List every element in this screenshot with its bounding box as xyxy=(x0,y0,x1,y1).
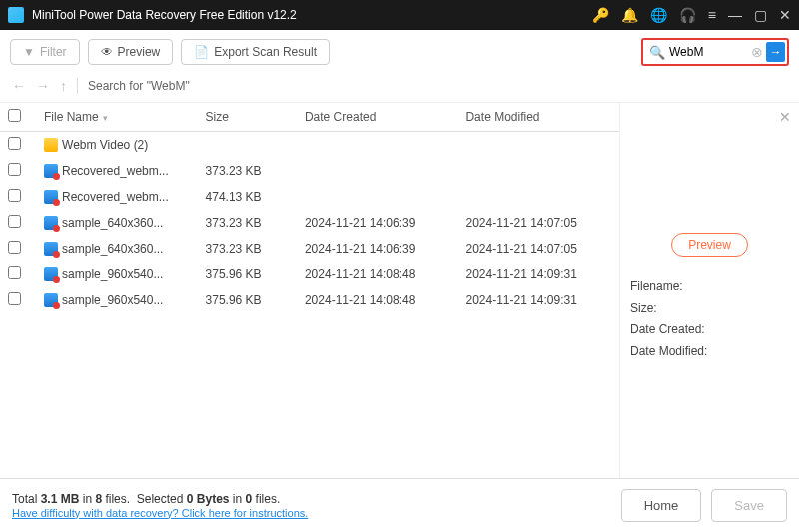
home-button[interactable]: Home xyxy=(621,489,702,522)
table-row[interactable]: sample_640x360...373.23 KB2024-11-21 14:… xyxy=(0,210,619,236)
video-file-icon xyxy=(44,242,58,256)
file-modified xyxy=(457,132,619,159)
file-modified: 2024-11-21 14:09:31 xyxy=(457,287,619,313)
file-list: File Name▾ Size Date Created Date Modifi… xyxy=(0,103,619,502)
search-go-button[interactable]: → xyxy=(766,42,785,62)
bell-icon[interactable]: 🔔 xyxy=(621,7,638,23)
file-modified: 2024-11-21 14:07:05 xyxy=(457,210,619,236)
filter-icon: ▼ xyxy=(23,45,35,59)
file-created xyxy=(297,132,458,159)
file-name: Webm Video (2) xyxy=(62,138,148,152)
menu-icon[interactable]: ≡ xyxy=(708,7,716,23)
export-button[interactable]: 📄Export Scan Result xyxy=(181,39,330,65)
table-row[interactable]: Recovered_webm...373.23 KB xyxy=(0,158,619,184)
video-file-icon xyxy=(44,267,58,281)
help-link[interactable]: Have difficulty with data recovery? Clic… xyxy=(12,507,308,519)
sort-icon: ▾ xyxy=(103,113,108,123)
file-name: sample_960x540... xyxy=(62,267,163,281)
file-size: 373.23 KB xyxy=(198,236,297,262)
folder-icon: ! xyxy=(44,138,58,152)
file-size: 375.96 KB xyxy=(198,287,297,313)
file-name: sample_960x540... xyxy=(62,293,163,307)
toolbar: ▼Filter 👁Preview 📄Export Scan Result 🔍 ⊗… xyxy=(0,30,799,74)
eye-icon: 👁 xyxy=(101,45,113,59)
filter-button[interactable]: ▼Filter xyxy=(10,39,80,65)
row-checkbox[interactable] xyxy=(8,266,21,279)
file-modified xyxy=(457,158,619,184)
save-button[interactable]: Save xyxy=(711,489,787,522)
file-created: 2024-11-21 14:08:48 xyxy=(297,287,458,313)
nav-up-icon[interactable]: ↑ xyxy=(60,78,67,94)
table-row[interactable]: !Webm Video (2) xyxy=(0,132,619,159)
table-row[interactable]: sample_960x540...375.96 KB2024-11-21 14:… xyxy=(0,287,619,313)
file-size: 375.96 KB xyxy=(198,262,297,287)
video-file-icon xyxy=(44,190,58,204)
search-icon: 🔍 xyxy=(649,45,665,60)
col-header-created[interactable]: Date Created xyxy=(297,103,458,132)
col-header-name[interactable]: File Name▾ xyxy=(36,103,198,132)
nav-separator xyxy=(77,78,78,94)
app-title: MiniTool Power Data Recovery Free Editio… xyxy=(32,8,592,22)
video-file-icon xyxy=(44,164,58,178)
search-box: 🔍 ⊗ → xyxy=(641,38,789,66)
meta-size: Size: xyxy=(630,298,707,320)
globe-icon[interactable]: 🌐 xyxy=(650,7,667,23)
titlebar: MiniTool Power Data Recovery Free Editio… xyxy=(0,0,799,30)
export-icon: 📄 xyxy=(194,45,209,59)
preview-button[interactable]: 👁Preview xyxy=(88,39,174,65)
breadcrumb: Search for "WebM" xyxy=(88,79,190,93)
row-checkbox[interactable] xyxy=(8,241,21,254)
file-name: sample_640x360... xyxy=(62,216,163,230)
preview-pane: ✕ Preview Filename: Size: Date Created: … xyxy=(619,103,799,502)
meta-modified: Date Modified: xyxy=(630,341,707,363)
row-checkbox[interactable] xyxy=(8,137,21,150)
close-icon[interactable]: ✕ xyxy=(779,7,791,23)
file-name: sample_640x360... xyxy=(62,242,163,256)
file-size: 373.23 KB xyxy=(198,158,297,184)
row-checkbox[interactable] xyxy=(8,189,21,202)
file-name: Recovered_webm... xyxy=(62,164,169,178)
table-row[interactable]: sample_960x540...375.96 KB2024-11-21 14:… xyxy=(0,262,619,287)
col-header-modified[interactable]: Date Modified xyxy=(457,103,619,132)
meta-created: Date Created: xyxy=(630,319,707,341)
file-modified: 2024-11-21 14:09:31 xyxy=(457,262,619,287)
table-row[interactable]: sample_640x360...373.23 KB2024-11-21 14:… xyxy=(0,236,619,262)
file-size xyxy=(198,132,297,159)
app-icon xyxy=(8,7,24,23)
headset-icon[interactable]: 🎧 xyxy=(679,7,696,23)
file-name: Recovered_webm... xyxy=(62,190,169,204)
close-preview-icon[interactable]: ✕ xyxy=(779,109,791,125)
meta-filename: Filename: xyxy=(630,276,707,298)
key-icon[interactable]: 🔑 xyxy=(592,7,609,23)
select-all-checkbox[interactable] xyxy=(8,109,21,122)
file-created: 2024-11-21 14:06:39 xyxy=(297,236,458,262)
footer: Total 3.1 MB in 8 files. Selected 0 Byte… xyxy=(0,478,799,532)
row-checkbox[interactable] xyxy=(8,292,21,305)
nav-back-icon[interactable]: ← xyxy=(12,78,26,94)
file-created xyxy=(297,158,458,184)
preview-file-button[interactable]: Preview xyxy=(671,233,748,257)
video-file-icon xyxy=(44,293,58,307)
footer-summary: Total 3.1 MB in 8 files. Selected 0 Byte… xyxy=(12,492,611,506)
file-created: 2024-11-21 14:06:39 xyxy=(297,210,458,236)
row-checkbox[interactable] xyxy=(8,215,21,228)
file-modified: 2024-11-21 14:07:05 xyxy=(457,236,619,262)
maximize-icon[interactable]: ▢ xyxy=(754,7,767,23)
file-modified xyxy=(457,184,619,210)
file-created xyxy=(297,184,458,210)
file-size: 373.23 KB xyxy=(198,210,297,236)
minimize-icon[interactable]: — xyxy=(728,7,742,23)
table-row[interactable]: Recovered_webm...474.13 KB xyxy=(0,184,619,210)
file-created: 2024-11-21 14:08:48 xyxy=(297,262,458,287)
nav-bar: ← → ↑ Search for "WebM" xyxy=(0,74,799,103)
table-header-row: File Name▾ Size Date Created Date Modifi… xyxy=(0,103,619,132)
clear-search-icon[interactable]: ⊗ xyxy=(751,44,763,60)
nav-forward-icon[interactable]: → xyxy=(36,78,50,94)
file-size: 474.13 KB xyxy=(198,184,297,210)
search-input[interactable] xyxy=(669,45,751,59)
video-file-icon xyxy=(44,216,58,230)
col-header-size[interactable]: Size xyxy=(198,103,297,132)
row-checkbox[interactable] xyxy=(8,163,21,176)
